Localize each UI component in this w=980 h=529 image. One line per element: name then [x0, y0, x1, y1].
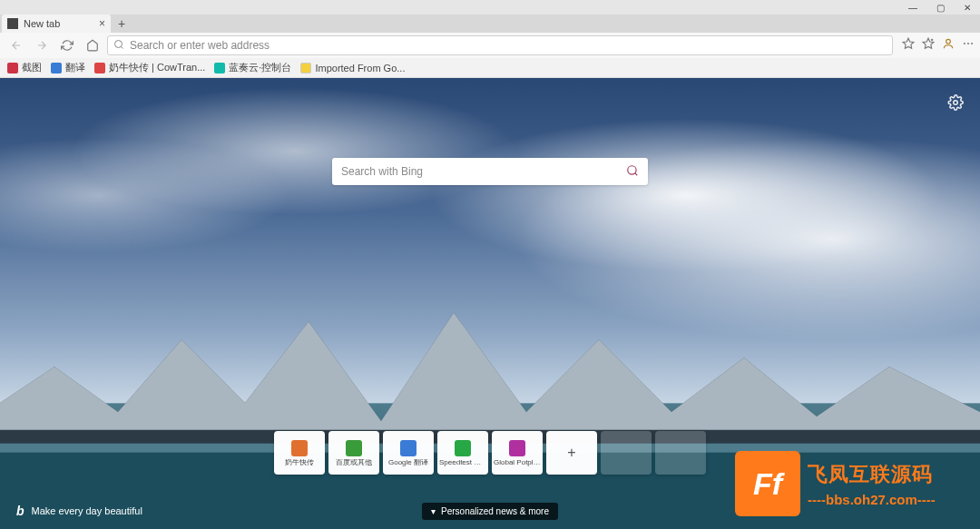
bookmark-item[interactable]: 截图 [7, 61, 42, 74]
page-settings-button[interactable] [947, 94, 964, 114]
favorites-list-button[interactable] [922, 37, 935, 54]
tab-title: New tab [24, 18, 60, 29]
tile-label: Speedtest 由... [439, 459, 486, 466]
svg-point-9 [954, 101, 958, 105]
svg-marker-1 [903, 38, 914, 48]
close-tab-button[interactable]: × [99, 17, 105, 30]
tile-label: 奶牛快传 [285, 459, 314, 466]
profile-button[interactable] [942, 37, 955, 54]
bookmark-item[interactable]: 蓝奏云·控制台 [214, 61, 291, 74]
bing-logo-icon: b [16, 504, 24, 518]
news-toggle-button[interactable]: ▾ Personalized news & more [422, 503, 558, 520]
bookmark-label: Imported From Go... [315, 63, 405, 73]
home-icon [86, 39, 99, 52]
star-icon [902, 37, 915, 50]
bing-credit[interactable]: b Make every day beautiful [16, 504, 142, 518]
search-icon [113, 39, 124, 53]
tile-label: Global Potplayer [494, 459, 541, 466]
bookmark-label: 翻译 [65, 61, 85, 74]
watermark-logo-icon: Ff [735, 451, 800, 516]
plus-icon: + [564, 445, 580, 461]
tile-icon [400, 440, 416, 456]
refresh-icon [61, 39, 74, 52]
tab-favicon-icon [7, 18, 18, 29]
tile-icon [455, 440, 471, 456]
svg-point-6 [971, 43, 973, 44]
address-bar[interactable]: Search or enter web address [107, 35, 893, 55]
window-maximize-button[interactable]: ▢ [933, 3, 947, 13]
watermark-line2: ----bbs.oh27.com---- [808, 492, 936, 507]
nav-row: Search or enter web address [0, 33, 980, 58]
top-site-tile[interactable]: 百度或其他 [328, 431, 379, 475]
bookmarks-bar: 截图 翻译 奶牛快传 | CowTran... 蓝奏云·控制台 Imported… [0, 58, 980, 78]
watermark: Ff 飞凤互联源码 ----bbs.oh27.com---- [726, 438, 980, 529]
svg-point-5 [967, 43, 969, 44]
bookmark-item[interactable]: 翻译 [51, 61, 85, 74]
bookmark-label: 截图 [22, 61, 42, 74]
user-icon [942, 37, 955, 50]
svg-point-4 [964, 43, 965, 44]
top-site-empty-slot [601, 431, 652, 475]
arrow-left-icon [10, 39, 23, 52]
window-close-button[interactable]: ✕ [960, 3, 975, 13]
bookmark-icon [7, 63, 18, 73]
gear-icon [947, 94, 964, 111]
watermark-line1: 飞凤互联源码 [808, 461, 936, 488]
tile-icon [291, 440, 308, 456]
top-sites-tiles: 奶牛快传 百度或其他 Google 翻译 Speedtest 由... Glob… [274, 431, 706, 475]
tile-label: 百度或其他 [336, 459, 372, 466]
window-minimize-button[interactable]: — [906, 3, 920, 13]
tile-icon [346, 440, 362, 456]
top-site-tile[interactable]: Google 翻译 [383, 431, 434, 475]
add-top-site-button[interactable]: + [546, 431, 597, 475]
refresh-button[interactable] [56, 34, 78, 56]
bookmark-item[interactable]: 奶牛快传 | CowTran... [94, 61, 205, 74]
bookmark-icon [51, 63, 62, 73]
favorite-button[interactable] [902, 37, 915, 54]
bing-credit-text: Make every day beautiful [32, 505, 142, 516]
top-site-empty-slot [655, 431, 706, 475]
top-site-tile[interactable]: Speedtest 由... [437, 431, 488, 475]
tile-icon [509, 440, 525, 456]
forward-button[interactable] [31, 34, 53, 56]
bookmark-icon [300, 63, 311, 73]
new-tab-page: Search with Bing 奶牛快传 百度或其他 Google 翻译 Sp… [0, 78, 980, 529]
new-tab-button[interactable]: + [111, 15, 132, 33]
tab-newtab[interactable]: New tab × [2, 15, 111, 33]
address-placeholder: Search or enter web address [130, 39, 270, 52]
search-submit-icon[interactable] [626, 164, 639, 180]
arrow-right-icon [35, 39, 48, 52]
bookmark-icon [214, 63, 225, 73]
bookmark-label: 奶牛快传 | CowTran... [109, 61, 205, 74]
news-label: Personalized news & more [441, 506, 549, 516]
more-button[interactable] [962, 37, 975, 54]
bing-search-input[interactable]: Search with Bing [332, 158, 648, 185]
chevron-down-icon: ▾ [431, 506, 436, 516]
home-button[interactable] [82, 34, 103, 56]
bookmark-label: 蓝奏云·控制台 [229, 61, 291, 74]
bookmark-icon [94, 63, 105, 73]
star-plus-icon [922, 37, 935, 50]
top-site-tile[interactable]: 奶牛快传 [274, 431, 325, 475]
tile-label: Google 翻译 [388, 459, 428, 466]
search-placeholder: Search with Bing [341, 165, 423, 178]
back-button[interactable] [5, 34, 27, 56]
titlebar: — ▢ ✕ [0, 0, 980, 15]
dots-icon [962, 37, 975, 50]
bookmark-item[interactable]: Imported From Go... [300, 63, 405, 73]
tabs-row: New tab × + [0, 15, 980, 33]
svg-point-0 [115, 40, 122, 47]
svg-point-3 [946, 39, 951, 44]
svg-point-10 [628, 165, 636, 173]
top-site-tile[interactable]: Global Potplayer [492, 431, 543, 475]
